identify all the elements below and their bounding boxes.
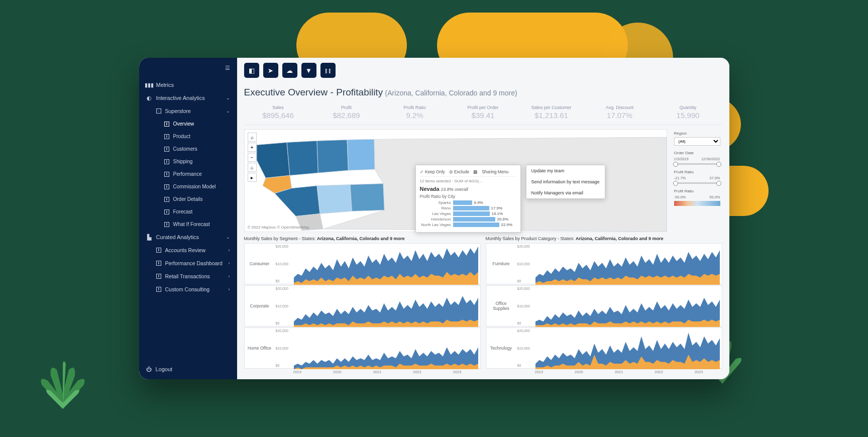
nav-customers[interactable]: ⫿Customers — [139, 143, 237, 155]
chart-plot: $20,000$10,000$0 — [516, 244, 722, 284]
cloud-button[interactable]: ☁ — [282, 63, 297, 78]
logout-button[interactable]: ⏻Logout — [139, 359, 237, 379]
legend-gradient — [674, 201, 720, 206]
map-zoom-out-button[interactable]: − — [248, 153, 257, 162]
kpi-sales: Sales$895,646 — [244, 105, 312, 120]
filter-button[interactable]: ▼ — [301, 63, 316, 78]
sheet-icon: ⫿ — [156, 274, 161, 279]
nav-performance-dashboard[interactable]: ⫿Performance Dashboard› — [139, 257, 237, 270]
chart-row[interactable]: Office Supplies$20,000$10,000$0 — [486, 285, 722, 326]
sheet-icon: ⫿ — [164, 222, 169, 227]
chart-column: Monthly Sales by Product Category - Stat… — [486, 236, 722, 374]
map-tooltip: ✓ Keep Only ⊘ Exclude ▦ Sharing Menu 12 … — [415, 165, 521, 233]
chart-row[interactable]: Consumer$20,000$10,000$0 — [244, 243, 481, 284]
kpi-avg-discount: Avg. Discount17.07% — [586, 105, 654, 120]
nav-curated-analytics[interactable]: ▙Curated Analytics⌄ — [139, 231, 237, 244]
chart-column: Monthly Sales by Segment - States: Arizo… — [244, 236, 481, 374]
nav-shipping[interactable]: ⫿Shipping — [139, 155, 237, 168]
legend-label: Profit Ratio — [674, 189, 720, 193]
share-menu: Update my team Send information by text … — [526, 165, 605, 199]
sheet-icon: ⫿ — [164, 209, 169, 214]
share-menu-item-text[interactable]: Send information by text message — [526, 176, 605, 187]
grid-icon[interactable]: ▦ — [473, 169, 478, 174]
sharing-menu-button[interactable]: Sharing Menu — [482, 169, 508, 174]
chevron-right-icon: › — [229, 261, 230, 266]
region-select[interactable]: (All) — [674, 137, 720, 146]
page-subtitle: (Arizona, California, Colorado and 9 mor… — [385, 89, 517, 97]
charts-section: Monthly Sales by Segment - States: Arizo… — [244, 236, 722, 374]
chart-row[interactable]: Corporate$20,000$10,000$0 — [244, 285, 481, 326]
chart-plot: $20,000$10,000$0 — [516, 328, 722, 368]
chevron-down-icon: ⌄ — [226, 235, 230, 240]
sheet-icon: ⫿ — [164, 159, 169, 164]
chart-row[interactable]: Home Office$20,000$10,000$0 — [244, 327, 481, 369]
nav-product[interactable]: ⫿Product — [139, 130, 237, 143]
map-search-button[interactable]: ⌕ — [248, 133, 257, 142]
sort-button[interactable]: ⫿⫿ — [320, 63, 336, 78]
map[interactable]: ⌕ + − ⌂ ▸ © 2022 Mapbox © OpenStreetMap … — [244, 129, 667, 232]
share-menu-item-team[interactable]: Update my team — [526, 165, 605, 176]
nav-what-if-forecast[interactable]: ⫿What If Forecast — [139, 218, 237, 231]
kpi-profit-per-order: Profit per Order$39.41 — [449, 105, 517, 120]
exclude-button[interactable]: ⊘ Exclude — [449, 169, 470, 174]
map-zoom-in-button[interactable]: + — [248, 143, 257, 152]
map-controls: ⌕ + − ⌂ ▸ — [248, 133, 257, 182]
map-section: ⌕ + − ⌂ ▸ © 2022 Mapbox © OpenStreetMap … — [244, 129, 722, 232]
chart-row[interactable]: Furniture$20,000$10,000$0 — [486, 243, 722, 284]
app-window: ☰ ▮▮▮Metrics ◐Interactive Analytics⌄ ▫Su… — [139, 58, 729, 379]
chart-row-label: Home Office — [245, 328, 275, 368]
nav-custom-consulting[interactable]: ⫿Custom Consulting› — [139, 283, 237, 296]
toolbar: ◧ ➤ ☁ ▼ ⫿⫿ — [237, 58, 729, 83]
map-more-button[interactable]: ▸ — [248, 173, 257, 182]
nav-overview[interactable]: ⫿Overview — [139, 118, 237, 130]
nav-forecast[interactable]: ⫿Forecast — [139, 205, 237, 218]
chevron-right-icon: › — [229, 248, 230, 253]
sidebar: ☰ ▮▮▮Metrics ◐Interactive Analytics⌄ ▫Su… — [139, 58, 237, 379]
title-row: Executive Overview - Profitability (Ariz… — [244, 83, 722, 103]
sheet-icon: ⫿ — [164, 184, 169, 189]
send-button[interactable]: ➤ — [263, 63, 278, 78]
map-home-button[interactable]: ⌂ — [248, 163, 257, 172]
keep-only-button[interactable]: ✓ Keep Only — [420, 169, 445, 174]
sheet-icon: ⫿ — [164, 172, 169, 177]
nav-interactive-analytics[interactable]: ◐Interactive Analytics⌄ — [139, 91, 237, 104]
order-date-label: Order Date — [674, 151, 720, 155]
sheet-icon: ⫿ — [156, 287, 161, 292]
nav-commission-model[interactable]: ⫿Commission Model — [139, 180, 237, 193]
profit-ratio-slider[interactable] — [674, 182, 720, 184]
tooltip-overall: 19.8% overall — [441, 187, 468, 192]
nav-retail-transactions[interactable]: ⫿Retail Transactions› — [139, 270, 237, 283]
plant-decoration — [28, 352, 98, 412]
chart-x-axis: 20192020202120222023 — [486, 369, 722, 374]
nav-accounts-review[interactable]: ⫿Accounts Review› — [139, 244, 237, 257]
nav-superstore[interactable]: ▫Superstore⌄ — [139, 104, 237, 118]
nav-metrics[interactable]: ▮▮▮Metrics — [139, 78, 237, 91]
chart-x-axis: 20192020202120222023 — [244, 369, 481, 374]
order-date-slider[interactable] — [674, 163, 720, 165]
sheet-icon: ⫿ — [164, 197, 169, 202]
tooltip-selection-info: 12 items selected · SUM of AGG(… — [420, 179, 516, 183]
tooltip-city-row: Sparks8.9% — [420, 200, 516, 205]
chart-row-label: Technology — [486, 328, 516, 368]
dashboard-content: Executive Overview - Profitability (Ariz… — [237, 83, 729, 379]
tooltip-city-row: Las Vegas18.1% — [420, 211, 516, 216]
cube-button[interactable]: ◧ — [244, 63, 259, 78]
profit-ratio-label: Profit Ratio — [674, 170, 720, 174]
region-filter-label: Region — [674, 131, 720, 136]
chart-row[interactable]: Technology$20,000$10,000$0 — [486, 327, 722, 369]
tooltip-city-row: Reno17.9% — [420, 206, 516, 210]
chart-icon: ▙ — [146, 234, 152, 240]
nav-performance[interactable]: ⫿Performance — [139, 168, 237, 180]
kpi-sales-per-customer: Sales per Customer$1,213.61 — [517, 105, 586, 120]
chart-title: Monthly Sales by Product Category - Stat… — [486, 236, 722, 241]
page-title: Executive Overview - Profitability — [244, 87, 383, 97]
nav-order-details[interactable]: ⫿Order Details — [139, 193, 237, 205]
kpi-quantity: Quantity15,990 — [654, 105, 722, 120]
share-menu-item-email[interactable]: Notify Managers via email — [526, 187, 605, 198]
hamburger-icon[interactable]: ☰ — [225, 65, 230, 71]
map-attribution: © 2022 Mapbox © OpenStreetMap — [248, 225, 309, 230]
tooltip-section-label: Profit Ratio by City — [420, 194, 516, 199]
main-content: ◧ ➤ ☁ ▼ ⫿⫿ Executive Overview - Profitab… — [237, 58, 729, 379]
chart-row-label: Consumer — [245, 244, 275, 284]
chart-plot: $20,000$10,000$0 — [275, 328, 480, 368]
